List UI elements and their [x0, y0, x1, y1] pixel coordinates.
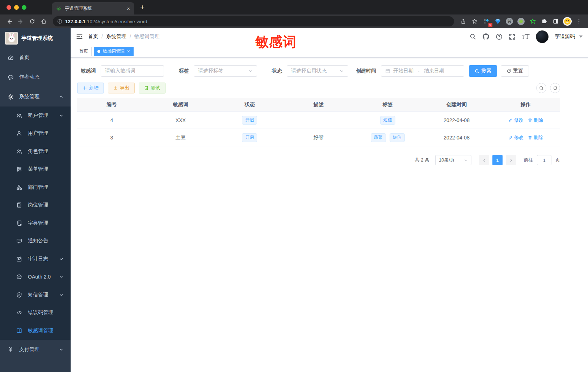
font-size-icon[interactable]	[522, 33, 530, 40]
cell-description: 好呀	[284, 134, 353, 141]
sidebar-item-home[interactable]: 首页	[0, 48, 71, 67]
tag-badge: 短信	[390, 133, 405, 142]
gem-extension-icon[interactable]	[493, 17, 503, 26]
fullscreen-icon[interactable]	[509, 33, 516, 40]
delete-link[interactable]: 删除	[528, 117, 543, 124]
sidebar-item-dept[interactable]: 部门管理	[0, 178, 71, 196]
close-icon[interactable]: ×	[127, 49, 130, 54]
sidebar-item-author-news[interactable]: 作者动态	[0, 67, 71, 87]
next-page-button[interactable]	[506, 155, 516, 165]
keyword-input[interactable]: 请输入敏感词	[101, 65, 164, 77]
sidebar-collapse-icon[interactable]	[76, 33, 83, 40]
star-extension-icon[interactable]	[528, 17, 537, 26]
user-name[interactable]: 芋道源码	[555, 33, 575, 40]
tab-home[interactable]: 首页	[76, 47, 92, 56]
sidebar-item-pay[interactable]: 支付管理	[0, 340, 71, 359]
test-button[interactable]: 测试	[139, 83, 165, 93]
add-button-label: 新增	[89, 85, 98, 91]
zoom-window-button[interactable]	[22, 5, 26, 10]
sidebar-item-tenant[interactable]: 租户管理	[0, 106, 71, 125]
tab-close-icon[interactable]: ×	[127, 5, 130, 12]
sidebar-item-oauth[interactable]: OAuth 2.0	[0, 268, 71, 286]
sidebar-item-sms[interactable]: 短信管理	[0, 286, 71, 304]
breadcrumb-home[interactable]: 首页	[88, 33, 98, 40]
cell-created: 2022-04-08	[422, 135, 491, 141]
edit-link[interactable]: 修改	[508, 134, 524, 141]
sidebar-item-user[interactable]: 用户管理	[0, 125, 71, 143]
sidebar-item-role[interactable]: 角色管理	[0, 142, 71, 160]
extensions-puzzle-icon[interactable]	[539, 17, 549, 26]
sidebar-item-label: 租户管理	[28, 112, 48, 119]
back-icon[interactable]	[4, 17, 14, 26]
close-window-button[interactable]	[7, 5, 11, 10]
forward-icon[interactable]	[16, 17, 25, 26]
status-select[interactable]: 请选择启用状态	[287, 65, 348, 77]
tab-sensitive-word[interactable]: 敏感词管理 ×	[94, 47, 134, 56]
breadcrumb-system[interactable]: 系统管理	[106, 33, 126, 40]
sidebar-item-dict[interactable]: 字典管理	[0, 214, 71, 232]
side-panel-icon[interactable]	[551, 17, 560, 26]
edit-link[interactable]: 修改	[508, 117, 524, 124]
dot-extension-icon[interactable]	[516, 17, 526, 26]
sidebar-item-system[interactable]: 系统管理	[0, 87, 71, 106]
sidebar-item-label: OAuth 2.0	[28, 274, 51, 280]
sidebar-item-sensitive-word[interactable]: 敏感词管理	[0, 322, 71, 340]
user-caret-icon[interactable]	[579, 35, 583, 38]
sidebar-item-menu[interactable]: 菜单管理	[0, 160, 71, 179]
tag-badge: 短信	[380, 116, 395, 125]
new-tab-button[interactable]: +	[140, 3, 144, 12]
toggle-search-button[interactable]	[536, 83, 546, 93]
cell-word: 土豆	[146, 134, 215, 141]
refresh-table-button[interactable]	[550, 83, 560, 93]
reset-button[interactable]: 重置	[501, 65, 529, 77]
sidebar-item-post[interactable]: 岗位管理	[0, 196, 71, 214]
cell-id: 3	[77, 135, 146, 141]
sidebar-item-audit-log[interactable]: 审计日志	[0, 250, 71, 268]
active-dot-icon	[97, 50, 100, 53]
share-icon[interactable]	[458, 17, 468, 26]
date-label: 创建时间	[356, 68, 376, 74]
sidebar-item-error-code[interactable]: 错误码管理	[0, 304, 71, 322]
extension-grid-icon[interactable]: 9	[482, 17, 491, 26]
sidebar-item-label: 审计日志	[28, 256, 48, 262]
sidebar-logo[interactable]: 芋道管理系统	[0, 28, 71, 48]
reload-icon[interactable]	[28, 17, 37, 26]
delete-link[interactable]: 删除	[528, 134, 543, 141]
site-info-icon[interactable]	[57, 19, 62, 24]
date-separator: -	[418, 68, 420, 74]
url-bar[interactable]: 127.0.0.1:1024/system/sensitive-word	[53, 16, 454, 26]
col-id: 编号	[77, 101, 146, 108]
page-size-select[interactable]: 10条/页	[435, 155, 471, 165]
breadcrumb-current: 敏感词管理	[134, 33, 160, 40]
header-search-icon[interactable]	[470, 33, 476, 40]
sidebar-item-notice[interactable]: 通知公告	[0, 232, 71, 250]
browser-tabstrip: 芋道管理系统 × +	[0, 0, 588, 14]
github-icon[interactable]	[482, 33, 490, 40]
dashboard-icon	[7, 55, 14, 61]
logo-rabbit-icon	[5, 32, 18, 45]
browser-menu-icon[interactable]	[574, 17, 584, 26]
chevron-down-icon	[464, 158, 468, 162]
edit-link-label: 修改	[514, 117, 524, 124]
current-page-button[interactable]: 1	[492, 155, 503, 165]
goto-page-input[interactable]: 1	[537, 155, 551, 165]
screen: 芋道管理系统 × + 127.0.0.1:1024/system/sensiti…	[0, 0, 588, 372]
menu-tree-icon	[16, 166, 22, 172]
cell-status: 开启	[215, 133, 284, 142]
browser-tab[interactable]: 芋道管理系统 ×	[52, 2, 134, 14]
prev-page-button[interactable]	[479, 155, 489, 165]
export-button[interactable]: 导出	[108, 83, 135, 93]
minimize-window-button[interactable]	[14, 5, 19, 10]
bookmark-star-icon[interactable]	[470, 17, 479, 26]
date-range-picker[interactable]: 开始日期 - 结束日期	[381, 65, 464, 77]
home-icon[interactable]	[39, 17, 49, 26]
profile-avatar-icon[interactable]	[563, 17, 572, 26]
search-button[interactable]: 搜索	[469, 65, 497, 77]
command-extension-icon[interactable]: ⌘	[505, 17, 514, 26]
role-users-icon	[16, 149, 22, 154]
annotation-text: 敏感词	[255, 33, 297, 51]
tag-select[interactable]: 请选择标签	[194, 65, 257, 77]
add-button[interactable]: 新增	[77, 83, 104, 93]
help-icon[interactable]	[496, 33, 503, 40]
user-avatar[interactable]	[536, 30, 549, 43]
